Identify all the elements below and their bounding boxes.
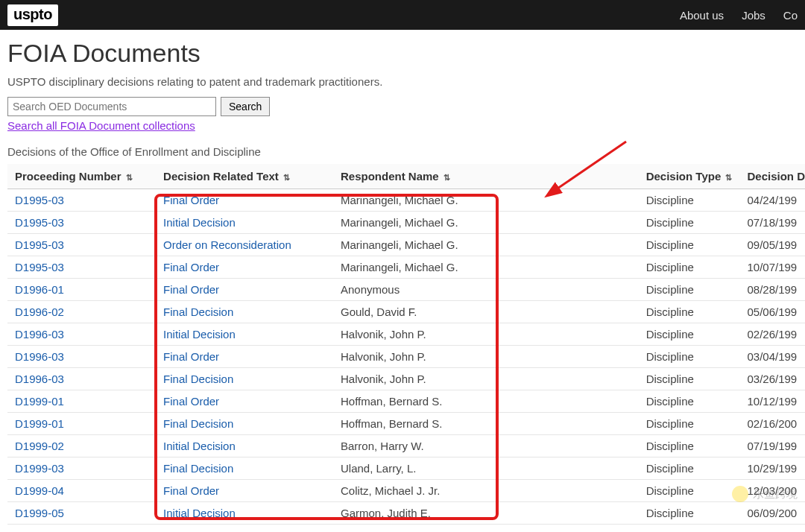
decision-type-cell: Discipline — [639, 323, 740, 346]
decision-date-cell: 09/05/199 — [739, 234, 805, 256]
decision-link[interactable]: Initial Decision — [163, 440, 236, 452]
proceeding-link[interactable]: D1995-03 — [15, 261, 64, 273]
respondent-cell: Barron, Harry W. — [333, 435, 639, 457]
decision-type-cell: Discipline — [639, 368, 740, 390]
table-row: D1999-01Final OrderHoffman, Bernard S.Di… — [7, 390, 805, 413]
decision-type-cell: Discipline — [639, 502, 740, 525]
decision-type-cell: Discipline — [639, 234, 740, 256]
decision-type-cell: Discipline — [639, 390, 740, 413]
decision-link[interactable]: Final Order — [163, 194, 219, 206]
decision-link[interactable]: Final Order — [163, 283, 219, 296]
decision-type-cell: Discipline — [639, 346, 740, 368]
decision-type-cell: Discipline — [639, 212, 740, 234]
logo[interactable]: uspto — [7, 4, 58, 26]
proceeding-link[interactable]: D1996-03 — [15, 328, 64, 341]
table-row: D1995-03Initial DecisionMarinangeli, Mic… — [7, 212, 805, 234]
decision-type-cell: Discipline — [639, 457, 740, 480]
respondent-cell: Hoffman, Bernard S. — [333, 413, 639, 435]
proceeding-link[interactable]: D1996-01 — [15, 283, 64, 296]
proceeding-link[interactable]: D1996-03 — [15, 350, 64, 363]
decision-date-cell: 10/29/199 — [739, 457, 805, 480]
table-row: D1996-01Final OrderAnonymousDiscipline08… — [7, 279, 805, 301]
decision-date-cell: 10/07/199 — [739, 256, 805, 279]
decision-date-cell: 04/24/199 — [739, 189, 805, 212]
proceeding-link[interactable]: D1999-04 — [15, 484, 64, 497]
nav-about[interactable]: About us — [680, 9, 724, 22]
sort-icon: ⇅ — [443, 173, 450, 183]
decision-link[interactable]: Final Decision — [163, 373, 233, 385]
respondent-cell: Hoffman, Bernard S. — [333, 390, 639, 413]
respondent-cell: Gould, David F. — [333, 301, 639, 323]
proceeding-link[interactable]: D1996-02 — [15, 305, 64, 318]
decision-type-cell: Discipline — [639, 189, 740, 212]
table-row: D1999-05Initial DecisionGarmon, Judith E… — [7, 502, 805, 525]
decision-type-cell: Discipline — [639, 480, 740, 502]
decision-link[interactable]: Final Order — [163, 261, 219, 273]
respondent-cell: Uland, Larry, L. — [333, 457, 639, 480]
respondent-cell: Halvonik, John P. — [333, 323, 639, 346]
respondent-cell: Colitz, Michael J. Jr. — [333, 480, 639, 502]
top-nav: About us Jobs Co — [680, 9, 798, 22]
proceeding-link[interactable]: D1999-01 — [15, 395, 64, 408]
table-row: D1996-03Final DecisionHalvonik, John P.D… — [7, 368, 805, 390]
decision-date-cell: 02/26/199 — [739, 323, 805, 346]
decision-link[interactable]: Initial Decision — [163, 507, 236, 519]
decision-link[interactable]: Final Decision — [163, 462, 233, 475]
proceeding-link[interactable]: D1999-03 — [15, 462, 64, 475]
respondent-cell: Marinangeli, Michael G. — [333, 234, 639, 256]
decision-date-cell: 02/16/200 — [739, 413, 805, 435]
proceeding-link[interactable]: D1995-03 — [15, 216, 64, 229]
decision-link[interactable]: Final Order — [163, 350, 219, 363]
decision-type-cell: Discipline — [639, 256, 740, 279]
table-row: D1999-03Final DecisionUland, Larry, L.Di… — [7, 457, 805, 480]
proceeding-link[interactable]: D1999-05 — [15, 507, 64, 519]
top-bar: uspto About us Jobs Co — [0, 0, 805, 30]
proceeding-link[interactable]: D1999-02 — [15, 440, 64, 452]
proceeding-link[interactable]: D1996-03 — [15, 373, 64, 385]
nav-contact[interactable]: Co — [783, 9, 798, 22]
table-row: D1996-03Final OrderHalvonik, John P.Disc… — [7, 346, 805, 368]
decision-link[interactable]: Order on Reconsideration — [163, 238, 291, 251]
search-all-collections-link[interactable]: Search all FOIA Document collections — [7, 119, 195, 132]
proceeding-link[interactable]: D1995-03 — [15, 194, 64, 206]
col-proceeding[interactable]: Proceeding Number ⇅ — [7, 164, 156, 189]
search-input[interactable] — [7, 97, 216, 116]
page-subtitle: USPTO disciplinary decisions relating to… — [7, 75, 798, 88]
search-button[interactable]: Search — [221, 97, 270, 116]
decision-type-cell: Discipline — [639, 301, 740, 323]
decision-type-cell: Discipline — [639, 279, 740, 301]
sort-icon: ⇅ — [725, 173, 732, 183]
col-decision-text[interactable]: Decision Related Text ⇅ — [156, 164, 333, 189]
decision-link[interactable]: Final Order — [163, 484, 219, 497]
table-row: D1999-01Final DecisionHoffman, Bernard S… — [7, 413, 805, 435]
respondent-cell: Marinangeli, Michael G. — [333, 256, 639, 279]
section-label: Decisions of the Office of Enrollment an… — [7, 145, 798, 158]
decision-date-cell: 10/12/199 — [739, 390, 805, 413]
table-row: D1995-03Final OrderMarinangeli, Michael … — [7, 256, 805, 279]
decision-link[interactable]: Initial Decision — [163, 216, 236, 229]
decision-type-cell: Discipline — [639, 413, 740, 435]
decision-link[interactable]: Final Decision — [163, 305, 233, 318]
col-respondent[interactable]: Respondent Name ⇅ — [333, 164, 639, 189]
decision-link[interactable]: Final Order — [163, 395, 219, 408]
decision-link[interactable]: Initial Decision — [163, 328, 236, 341]
respondent-cell: Marinangeli, Michael G. — [333, 212, 639, 234]
respondent-cell: Garmon, Judith E. — [333, 502, 639, 525]
col-decision-type[interactable]: Decision Type ⇅ — [639, 164, 740, 189]
decision-type-cell: Discipline — [639, 435, 740, 457]
sort-icon: ⇅ — [283, 173, 290, 183]
proceeding-link[interactable]: D1995-03 — [15, 238, 64, 251]
table-row: D1996-03Initial DecisionHalvonik, John P… — [7, 323, 805, 346]
col-decision-date[interactable]: Decision D — [739, 164, 805, 189]
decision-link[interactable]: Final Decision — [163, 417, 233, 430]
page-title: FOIA Documents — [7, 39, 798, 68]
decision-date-cell: 05/06/199 — [739, 301, 805, 323]
respondent-cell: Halvonik, John P. — [333, 346, 639, 368]
table-row: D1996-02Final DecisionGould, David F.Dis… — [7, 301, 805, 323]
decision-date-cell: 06/09/200 — [739, 502, 805, 525]
decision-date-cell: 08/28/199 — [739, 279, 805, 301]
decision-date-cell: 07/18/199 — [739, 212, 805, 234]
decision-date-cell: 03/26/199 — [739, 368, 805, 390]
nav-jobs[interactable]: Jobs — [742, 9, 765, 22]
proceeding-link[interactable]: D1999-01 — [15, 417, 64, 430]
